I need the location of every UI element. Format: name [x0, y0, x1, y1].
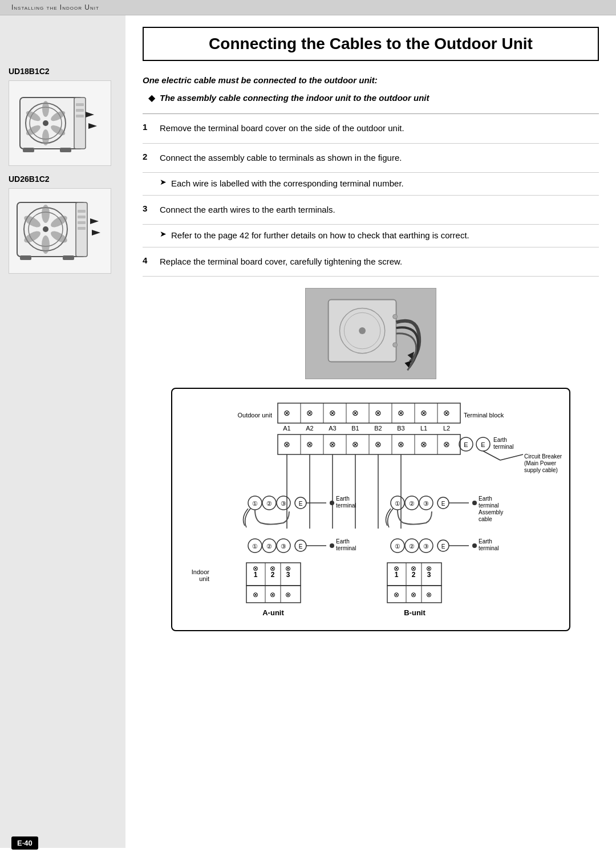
step-2-sub-arrow: ➤	[160, 177, 167, 186]
svg-marker-17	[88, 123, 97, 129]
svg-text:①: ①	[395, 543, 400, 550]
svg-text:terminal: terminal	[336, 502, 356, 509]
svg-text:⊗: ⊗	[270, 591, 275, 599]
svg-text:⊗: ⊗	[253, 591, 258, 599]
svg-text:⊗: ⊗	[283, 440, 290, 449]
svg-text:⊗: ⊗	[285, 591, 291, 599]
svg-line-95	[500, 454, 523, 460]
svg-rect-14	[23, 148, 34, 152]
svg-text:②: ②	[266, 500, 272, 507]
bottom-diagram: ⊗ ⊗ ⊗ ⊗ ⊗ ⊗ ⊗ ⊗ A1 A2 A3 B1 B2 B3	[143, 288, 599, 631]
svg-text:⊗: ⊗	[329, 440, 336, 449]
svg-text:B2: B2	[374, 425, 382, 432]
svg-text:E: E	[481, 441, 485, 448]
wiring-svg: ⊗ ⊗ ⊗ ⊗ ⊗ ⊗ ⊗ ⊗ A1 A2 A3 B1 B2 B3	[181, 397, 563, 620]
svg-text:Indoor: Indoor	[192, 568, 210, 575]
svg-text:②: ②	[266, 543, 272, 550]
svg-text:B3: B3	[397, 425, 404, 432]
model2-label: UD26B1C2	[9, 174, 117, 184]
svg-text:③: ③	[423, 543, 429, 550]
svg-text:A2: A2	[306, 425, 313, 432]
svg-text:E: E	[441, 501, 445, 507]
svg-point-6	[42, 129, 49, 145]
step-3-row: 3 Connect the earth wires to the earth t…	[143, 196, 599, 225]
svg-text:③: ③	[423, 500, 429, 507]
unit-photo-svg	[306, 288, 436, 379]
svg-point-44	[393, 315, 398, 319]
svg-text:⊗: ⊗	[443, 408, 450, 417]
svg-rect-33	[20, 255, 31, 260]
svg-text:⊗: ⊗	[420, 408, 427, 417]
svg-text:⊗: ⊗	[352, 408, 359, 417]
model2-image	[9, 188, 111, 274]
svg-text:③: ③	[281, 543, 286, 550]
svg-rect-18	[17, 202, 86, 257]
svg-text:⊗: ⊗	[394, 564, 399, 572]
svg-text:⊗: ⊗	[394, 591, 399, 599]
svg-text:L2: L2	[443, 425, 450, 432]
svg-text:Terminal block: Terminal block	[464, 412, 504, 419]
step-1-num: 1	[143, 122, 160, 132]
svg-marker-35	[90, 218, 99, 224]
svg-text:Earth: Earth	[336, 538, 350, 545]
svg-text:E: E	[441, 543, 445, 550]
svg-text:Outdoor unit: Outdoor unit	[237, 412, 272, 419]
svg-text:⊗: ⊗	[306, 408, 313, 417]
svg-text:⊗: ⊗	[306, 440, 313, 449]
terminal-top-row: ⊗ ⊗ ⊗ ⊗ ⊗ ⊗ ⊗ ⊗	[278, 403, 460, 423]
svg-text:B-unit: B-unit	[404, 608, 425, 617]
svg-rect-34	[63, 255, 74, 260]
svg-point-27	[43, 226, 48, 232]
svg-rect-15	[60, 148, 71, 152]
intro-note: One electric cable must be connected to …	[143, 75, 599, 85]
svg-text:B1: B1	[351, 425, 359, 432]
step-4-text: Replace the terminal board cover, carefu…	[160, 255, 599, 269]
svg-point-162	[472, 501, 477, 505]
bullet-text: The assembly cable connecting the indoor…	[160, 92, 429, 104]
svg-text:①: ①	[252, 500, 258, 507]
svg-point-120	[330, 501, 334, 505]
svg-rect-12	[76, 109, 84, 112]
steps-section: 1 Remove the terminal board cover on the…	[143, 113, 599, 277]
svg-rect-29	[78, 210, 86, 213]
svg-rect-30	[78, 216, 86, 218]
step-3-sub-row: ➤ Refer to the page 42 for further detai…	[143, 225, 599, 247]
svg-text:⊗: ⊗	[420, 440, 427, 449]
svg-text:⊗: ⊗	[352, 440, 359, 449]
svg-text:⊗: ⊗	[375, 440, 382, 449]
svg-text:⊗: ⊗	[283, 408, 290, 417]
svg-text:①: ①	[395, 500, 400, 507]
svg-text:⊗: ⊗	[426, 564, 432, 572]
svg-text:⊗: ⊗	[411, 591, 416, 599]
svg-text:⊗: ⊗	[270, 564, 275, 572]
breadcrumb: Installing the Indoor Unit	[0, 0, 616, 15]
step-2-row: 2 Connect the assembly cable to terminal…	[143, 144, 599, 173]
step-3-text: Connect the earth wires to the earth ter…	[160, 204, 599, 217]
page-title: Connecting the Cables to the Outdoor Uni…	[155, 35, 586, 53]
svg-text:(Main Power: (Main Power	[524, 460, 557, 466]
bullet-item: ◆ The assembly cable connecting the indo…	[143, 92, 599, 104]
svg-text:Circuit Breaker: Circuit Breaker	[524, 453, 562, 460]
step-3-num: 3	[143, 204, 160, 213]
model1-svg	[14, 86, 106, 160]
svg-text:terminal: terminal	[479, 545, 499, 551]
svg-point-24	[42, 235, 50, 254]
step-4-row: 4 Replace the terminal board cover, care…	[143, 247, 599, 277]
svg-text:unit: unit	[199, 575, 209, 582]
svg-text:①: ①	[252, 543, 258, 550]
svg-text:L1: L1	[420, 425, 427, 432]
svg-text:Assembly: Assembly	[479, 509, 503, 515]
step-1-row: 1 Remove the terminal board cover on the…	[143, 114, 599, 144]
step-2-sub-text: Each wire is labelled with the correspon…	[171, 177, 404, 190]
bullet-diamond: ◆	[148, 92, 155, 104]
step-1-text: Remove the terminal board cover on the s…	[160, 122, 599, 135]
step-3-sub-text: Refer to the page 42 for further details…	[171, 229, 469, 242]
svg-text:⊗: ⊗	[398, 440, 404, 449]
svg-text:⊗: ⊗	[426, 591, 432, 599]
svg-marker-36	[92, 230, 100, 235]
svg-point-41	[359, 327, 366, 334]
svg-point-9	[43, 120, 48, 126]
svg-rect-32	[78, 227, 86, 230]
svg-text:supply cable): supply cable)	[524, 467, 558, 473]
svg-rect-11	[76, 103, 84, 106]
